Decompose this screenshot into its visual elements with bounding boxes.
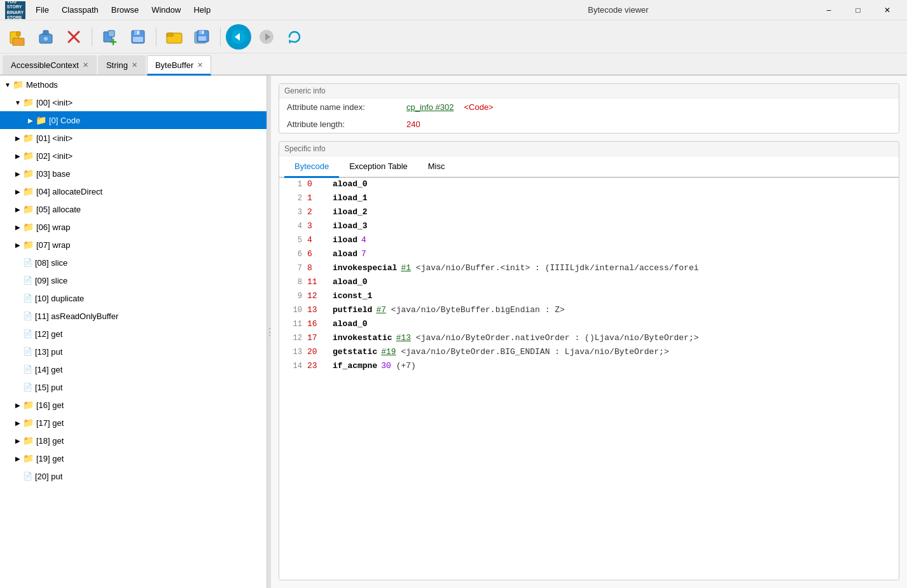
tree-item-00-init[interactable]: ▼ 📁 [00] <init> — [0, 93, 267, 111]
code-line: 3 2 iload_2 — [279, 206, 899, 220]
plugin-button[interactable] — [33, 24, 59, 50]
file-icon: 📄 — [23, 347, 32, 356]
code-line: 13 20 getstatic #19 <java/nio/ByteOrder.… — [279, 346, 899, 360]
code-line: 8 11 aload_0 — [279, 276, 899, 290]
file-icon: 📄 — [23, 472, 32, 481]
maximize-button[interactable]: □ — [843, 0, 873, 20]
tab-label: String — [106, 60, 128, 70]
tree-item-label: [12] get — [35, 329, 62, 339]
tab-close-bytebuffer[interactable]: ✕ — [197, 61, 203, 69]
tree-item-11-asreadonlybuffer[interactable]: 📄 [11] asReadOnlyBuffer — [0, 307, 267, 325]
bytecode-ref[interactable]: #13 — [396, 333, 411, 343]
line-number: 10 — [284, 306, 302, 315]
tab-bytebuffer[interactable]: ByteBuffer ✕ — [147, 55, 211, 76]
svg-rect-6 — [47, 33, 50, 36]
tab-string[interactable]: String ✕ — [98, 55, 146, 74]
open-folder-button[interactable] — [162, 24, 187, 50]
attr-name-row: Attribute name index: cp_info #302 <Code… — [279, 99, 899, 116]
specific-info-section: Specific info Bytecode Exception Table M… — [279, 141, 899, 580]
expand-arrow: ▶ — [25, 117, 36, 124]
bytecode-ref[interactable]: #1 — [401, 263, 411, 273]
file-icon: 📄 — [23, 311, 32, 320]
menu-browse[interactable]: Browse — [106, 3, 144, 17]
toolbar-separator-1 — [92, 27, 92, 46]
menu-file[interactable]: File — [31, 3, 54, 17]
folder-icon: 📁 — [23, 418, 34, 428]
tree-item-label: [09] slice — [35, 276, 67, 285]
tree-item-14-get[interactable]: 📄 [14] get — [0, 360, 267, 378]
tree-item-0-code[interactable]: ▶ 📁 [0] Code — [0, 111, 267, 129]
toolbar-separator-2 — [156, 27, 156, 46]
bytecode-offset: 3 — [307, 221, 328, 231]
tree-item-16-get[interactable]: ▶ 📁 [16] get — [0, 396, 267, 414]
close-window-button[interactable]: ✕ — [873, 0, 902, 20]
sub-tab-exception-table[interactable]: Exception Table — [339, 156, 418, 178]
tree-item-07-wrap[interactable]: ▶ 📁 [07] wrap — [0, 236, 267, 254]
expand-arrow: ▼ — [13, 99, 23, 106]
tree-item-19-get[interactable]: ▶ 📁 [19] get — [0, 449, 267, 467]
line-number: 8 — [284, 278, 302, 287]
save-button[interactable] — [125, 24, 151, 50]
forward-button[interactable] — [254, 24, 279, 50]
back-button[interactable] — [226, 24, 251, 50]
tree-item-label: [11] asReadOnlyBuffer — [35, 311, 118, 321]
code-line: 1 0 aload_0 — [279, 178, 899, 192]
tab-close-string[interactable]: ✕ — [132, 61, 137, 69]
tree-item-05-allocate[interactable]: ▶ 📁 [05] allocate — [0, 200, 267, 218]
tree-item-12-get[interactable]: 📄 [12] get — [0, 325, 267, 343]
open-file-button[interactable] — [5, 24, 31, 50]
close-class-button[interactable] — [61, 24, 87, 50]
toolbar — [0, 20, 907, 53]
attr-name-link[interactable]: cp_info #302 — [406, 102, 454, 112]
tab-close-accessiblecontext[interactable]: ✕ — [83, 61, 88, 69]
menu-help[interactable]: Help — [188, 3, 216, 17]
tree-item-02-init[interactable]: ▶ 📁 [02] <init> — [0, 147, 267, 165]
code-line: 2 1 iload_1 — [279, 192, 899, 206]
code-line: 4 3 iload_3 — [279, 220, 899, 234]
tree-item-03-base[interactable]: ▶ 📁 [03] base — [0, 165, 267, 182]
tree-item-13-put[interactable]: 📄 [13] put — [0, 343, 267, 360]
bytecode-instruction: iload_3 — [333, 221, 368, 231]
file-icon: 📄 — [23, 258, 32, 267]
tree-item-15-put[interactable]: 📄 [15] put — [0, 378, 267, 396]
tree-item-17-get[interactable]: ▶ 📁 [17] get — [0, 414, 267, 432]
folder-icon: 📁 — [36, 115, 46, 125]
bytecode-content[interactable]: 1 0 aload_0 2 1 iload_1 3 2 iload_2 — [279, 178, 899, 580]
bytecode-instruction: aload_0 — [333, 179, 368, 189]
file-icon: 📄 — [23, 365, 32, 374]
add-class-button[interactable] — [97, 24, 123, 50]
tree-item-18-get[interactable]: ▶ 📁 [18] get — [0, 432, 267, 449]
tree-item-01-init[interactable]: ▶ 📁 [01] <init> — [0, 129, 267, 147]
tree-item-label: [18] get — [36, 436, 64, 446]
bytecode-instruction: iload_2 — [333, 207, 368, 217]
tree-item-08-slice[interactable]: 📄 [08] slice — [0, 254, 267, 271]
line-number: 3 — [284, 208, 302, 217]
bytecode-offset: 11 — [307, 277, 328, 287]
sub-tab-misc[interactable]: Misc — [418, 156, 455, 178]
tree-item-20-put[interactable]: 📄 [20] put — [0, 467, 267, 485]
tree-item-06-wrap[interactable]: ▶ 📁 [06] wrap — [0, 218, 267, 236]
tree-item-10-duplicate[interactable]: 📄 [10] duplicate — [0, 289, 267, 307]
bytecode-arg: 7 — [361, 249, 366, 259]
tab-accessiblecontext[interactable]: AccessibleContext ✕ — [3, 55, 97, 74]
folder-icon: 📁 — [23, 453, 34, 463]
svg-rect-24 — [202, 31, 204, 34]
tree-item-04-allocatedirect[interactable]: ▶ 📁 [04] allocateDirect — [0, 182, 267, 200]
expand-arrow: ▶ — [13, 206, 23, 213]
minimize-button[interactable]: – — [814, 0, 843, 20]
tab-label: AccessibleContext — [11, 60, 79, 70]
bytecode-ref[interactable]: #19 — [381, 347, 396, 357]
tree-item-methods[interactable]: ▼ 📁 Methods — [0, 76, 267, 93]
menu-classpath[interactable]: Classpath — [57, 3, 104, 17]
bytecode-instruction: aload — [333, 249, 357, 259]
refresh-button[interactable] — [282, 24, 307, 50]
menu-window[interactable]: Window — [146, 3, 186, 17]
bytecode-ref[interactable]: #7 — [376, 305, 386, 315]
file-icon: 📄 — [23, 383, 32, 392]
bytecode-offset: 17 — [307, 333, 328, 343]
svg-rect-15 — [134, 31, 140, 35]
tree-item-09-slice[interactable]: 📄 [09] slice — [0, 271, 267, 289]
save-all-button[interactable] — [190, 24, 215, 50]
sub-tab-bytecode[interactable]: Bytecode — [284, 156, 339, 178]
tree-item-label: [03] base — [36, 169, 71, 179]
